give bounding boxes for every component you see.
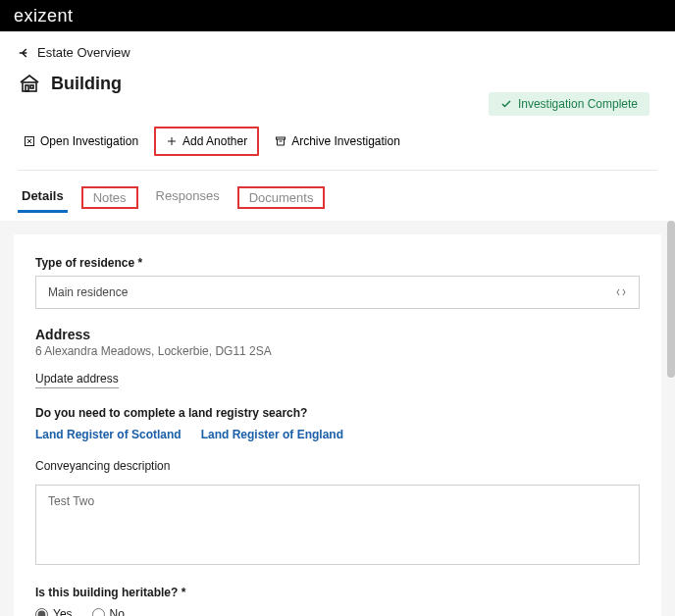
type-of-residence-select[interactable]: Main residence [35, 276, 640, 309]
tab-documents[interactable]: Documents [237, 186, 326, 209]
back-label: Estate Overview [37, 45, 130, 60]
plus-icon [166, 135, 178, 147]
highlight-add-another: Add Another [154, 127, 259, 156]
check-icon [500, 98, 512, 110]
svg-rect-4 [277, 137, 286, 139]
tab-responses[interactable]: Responses [152, 184, 224, 211]
address-heading: Address [35, 327, 640, 342]
svg-rect-1 [26, 85, 28, 91]
content-area: Type of residence * Main residence Addre… [0, 221, 675, 616]
heritable-options: Yes No [35, 607, 640, 616]
svg-rect-2 [30, 85, 33, 88]
no-label: No [110, 607, 125, 616]
tabs: Details Notes Responses Documents [0, 171, 675, 221]
heritable-no[interactable]: No [92, 607, 125, 616]
scrollbar[interactable] [667, 221, 675, 378]
x-square-icon [24, 135, 35, 147]
type-of-residence-value: Main residence [48, 285, 128, 299]
heritable-yes-radio[interactable] [35, 608, 48, 617]
land-registry-question: Do you need to complete a land registry … [35, 406, 640, 420]
archive-investigation-button[interactable]: Archive Investigation [269, 130, 406, 152]
update-address-link[interactable]: Update address [35, 372, 119, 388]
add-another-label: Add Another [182, 134, 247, 148]
brand-logo: exizent [14, 6, 74, 26]
back-link[interactable]: Estate Overview [0, 31, 675, 72]
type-of-residence-label: Type of residence * [35, 256, 640, 270]
open-investigation-label: Open Investigation [40, 134, 138, 148]
yes-label: Yes [53, 607, 73, 616]
tab-notes-label: Notes [93, 190, 127, 205]
archive-icon [275, 135, 286, 147]
tab-documents-label: Documents [249, 190, 314, 205]
conveyancing-label: Conveyancing description [35, 459, 640, 473]
conveyancing-description-input[interactable] [35, 485, 640, 565]
heritable-no-radio[interactable] [92, 608, 105, 617]
address-value: 6 Alexandra Meadows, Lockerbie, DG11 2SA [35, 344, 640, 358]
land-register-england-link[interactable]: Land Register of England [201, 428, 343, 441]
tab-responses-label: Responses [156, 188, 220, 203]
details-panel: Type of residence * Main residence Addre… [14, 234, 661, 616]
open-investigation-button[interactable]: Open Investigation [18, 130, 144, 152]
arrow-left-icon [18, 46, 31, 60]
select-icon [615, 286, 627, 298]
tab-details[interactable]: Details [18, 184, 68, 211]
svg-rect-0 [23, 82, 36, 91]
building-icon [18, 72, 41, 95]
top-bar: exizent [0, 0, 675, 31]
heritable-yes[interactable]: Yes [35, 607, 73, 616]
land-registry-links: Land Register of Scotland Land Register … [35, 428, 640, 441]
status-badge: Investigation Complete [489, 92, 649, 116]
tab-notes[interactable]: Notes [81, 186, 138, 209]
status-text: Investigation Complete [518, 97, 638, 111]
archive-investigation-label: Archive Investigation [291, 134, 400, 148]
land-register-scotland-link[interactable]: Land Register of Scotland [35, 428, 182, 441]
add-another-button[interactable]: Add Another [160, 130, 253, 152]
tab-details-label: Details [22, 188, 64, 203]
heritable-question: Is this building heritable? * [35, 586, 640, 599]
page-title: Building [51, 74, 122, 94]
